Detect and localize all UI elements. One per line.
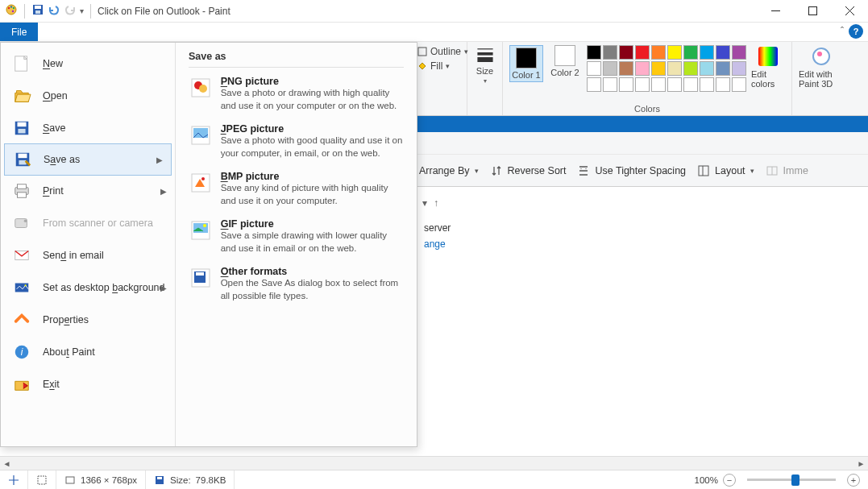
palette-swatch[interactable] xyxy=(683,77,698,92)
palette-swatch[interactable] xyxy=(587,45,601,60)
file-menu-item-properties[interactable]: Properties xyxy=(1,304,175,336)
zoom-segment: 100% − + xyxy=(687,470,868,489)
svg-point-18 xyxy=(817,52,822,56)
outline-dropdown[interactable]: Outline▾ xyxy=(414,45,471,58)
palette-swatch[interactable] xyxy=(732,45,746,60)
file-menu-item-about-paint[interactable]: iAbout Paint xyxy=(1,336,175,368)
quick-access-toolbar: ▾ Click on File on Outlook - Paint xyxy=(0,3,235,19)
save-as-title: PNG picture xyxy=(221,76,404,87)
save-as-title: JPEG picture xyxy=(221,123,404,135)
dimensions-segment: 1366 × 768px xyxy=(56,470,146,489)
sort-up-icon[interactable]: ↑ xyxy=(434,197,438,209)
palette-swatch[interactable] xyxy=(667,77,682,92)
palette-swatch[interactable] xyxy=(619,45,633,60)
scroll-right-icon[interactable]: ► xyxy=(854,457,868,470)
size-dropdown[interactable]: Size▾ xyxy=(468,45,502,85)
selection-segment xyxy=(28,470,56,489)
zoom-value: 100% xyxy=(695,475,718,485)
save-as-desc: Save a simple drawing with lower quality… xyxy=(221,230,404,255)
palette-swatch[interactable] xyxy=(635,77,650,92)
redo-icon[interactable] xyxy=(64,3,77,19)
file-menu-item-exit[interactable]: Exit xyxy=(1,368,175,400)
ribbon-tab-row: File ˆ ? xyxy=(0,23,868,42)
edit-colors-button[interactable]: Edit colors xyxy=(751,45,785,89)
palette-swatch[interactable] xyxy=(732,77,746,92)
ribbon-collapse-icon[interactable]: ˆ xyxy=(841,26,844,37)
zoom-in-button[interactable]: + xyxy=(847,474,860,487)
svg-rect-6 xyxy=(35,6,41,9)
palette-swatch[interactable] xyxy=(700,77,714,92)
palette-swatch[interactable] xyxy=(635,61,650,76)
save-as-title: Other formats xyxy=(221,266,404,277)
palette-swatch[interactable] xyxy=(619,77,633,92)
undo-icon[interactable] xyxy=(48,3,60,19)
palette-swatch[interactable] xyxy=(587,77,601,92)
file-menu: NewOpenSaveSave as▶Print▶From scanner or… xyxy=(0,42,417,447)
file-menu-right-pane: Save as PNG pictureSave a photo or drawi… xyxy=(176,43,417,446)
palette-swatch[interactable] xyxy=(667,61,682,76)
palette-swatch[interactable] xyxy=(619,61,633,76)
change-link-partial[interactable]: ange xyxy=(419,237,868,251)
sort-down-icon[interactable]: ▾ xyxy=(422,197,427,209)
shapes-group-partial: Outline▾ Fill▾ xyxy=(419,42,467,115)
save-as-option-gif[interactable]: GIF pictureSave a simple drawing with lo… xyxy=(189,218,404,255)
horizontal-scrollbar[interactable]: ◄ ► xyxy=(0,456,868,470)
file-menu-item-send-in-email[interactable]: Send in email xyxy=(1,239,175,271)
maximize-button[interactable] xyxy=(794,0,831,23)
file-menu-item-set-as-desktop-background[interactable]: Set as desktop background▶ xyxy=(1,271,175,304)
file-tab[interactable]: File xyxy=(0,23,38,41)
save-as-option-png[interactable]: PNG pictureSave a photo or drawing with … xyxy=(189,76,404,112)
palette-swatch[interactable] xyxy=(635,45,650,60)
svg-point-3 xyxy=(13,7,15,9)
file-menu-item-save-as[interactable]: Save as▶ xyxy=(4,143,172,176)
zoom-slider[interactable] xyxy=(747,479,836,481)
arrange-by-dropdown[interactable]: Arrange By▾ xyxy=(419,165,479,176)
palette-swatch[interactable] xyxy=(603,77,617,92)
save-as-icon xyxy=(189,123,213,147)
palette-swatch[interactable] xyxy=(603,61,617,76)
palette-swatch[interactable] xyxy=(651,45,666,60)
immersive-reader-partial[interactable]: Imme xyxy=(766,164,808,177)
palette-swatch[interactable] xyxy=(732,61,746,76)
scroll-left-icon[interactable]: ◄ xyxy=(0,457,14,470)
save-as-option-bmp[interactable]: BMP pictureSave any kind of picture with… xyxy=(189,171,404,207)
edit-paint3d-button[interactable]: Edit with Paint 3D xyxy=(799,45,844,89)
color2-button[interactable]: Color 2 xyxy=(548,45,582,77)
palette-swatch[interactable] xyxy=(700,45,714,60)
file-menu-item-new[interactable]: New xyxy=(1,48,175,80)
fill-dropdown[interactable]: Fill▾ xyxy=(414,60,471,73)
file-menu-item-open[interactable]: Open xyxy=(1,80,175,112)
palette-swatch[interactable] xyxy=(603,45,617,60)
palette-swatch[interactable] xyxy=(683,45,698,60)
save-as-option-jpeg[interactable]: JPEG pictureSave a photo with good quali… xyxy=(189,123,404,160)
help-icon[interactable]: ? xyxy=(849,24,863,39)
tighter-spacing-button[interactable]: Use Tighter Spacing xyxy=(577,164,686,177)
file-menu-icon xyxy=(10,118,33,138)
palette-swatch[interactable] xyxy=(587,61,601,76)
save-icon[interactable] xyxy=(31,3,44,19)
paint-app-icon[interactable] xyxy=(5,3,18,19)
minimize-button[interactable] xyxy=(757,0,794,23)
qat-customize-icon[interactable]: ▾ xyxy=(80,6,84,15)
file-menu-icon: i xyxy=(10,342,33,362)
palette-swatch[interactable] xyxy=(651,61,666,76)
reverse-sort-button[interactable]: Reverse Sort xyxy=(490,164,567,177)
layout-dropdown[interactable]: Layout▾ xyxy=(697,164,754,177)
zoom-thumb[interactable] xyxy=(791,474,799,486)
palette-swatch[interactable] xyxy=(716,45,730,60)
save-as-option-other[interactable]: Other formatsOpen the Save As dialog box… xyxy=(189,266,404,302)
file-menu-item-print[interactable]: Print▶ xyxy=(1,175,175,207)
svg-rect-7 xyxy=(35,10,40,14)
palette-swatch[interactable] xyxy=(667,45,682,60)
palette-swatch[interactable] xyxy=(716,61,730,76)
file-menu-item-save[interactable]: Save xyxy=(1,112,175,144)
close-button[interactable] xyxy=(831,0,868,23)
palette-swatch[interactable] xyxy=(651,77,666,92)
color1-button[interactable]: Color 1 xyxy=(509,45,543,82)
svg-rect-26 xyxy=(18,129,25,134)
palette-swatch[interactable] xyxy=(700,61,714,76)
colors-group-label: Colors xyxy=(634,102,660,114)
zoom-out-button[interactable]: − xyxy=(723,474,736,487)
palette-swatch[interactable] xyxy=(716,77,730,92)
palette-swatch[interactable] xyxy=(683,61,698,76)
